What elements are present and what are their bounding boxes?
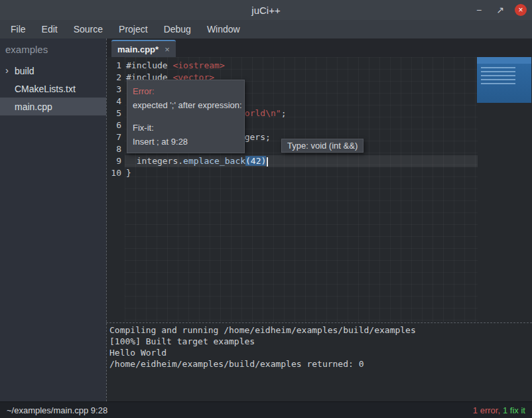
maximize-button[interactable]: ↗ — [494, 3, 507, 17]
chevron-right-icon[interactable]: › — [5, 62, 9, 80]
status-bar: ~/examples/main.cpp 9:28 1 error,1 fix i… — [0, 401, 532, 418]
code-line-9-current: integers.emplace_back(42) — [125, 155, 478, 167]
menu-item-source[interactable]: Source — [66, 20, 111, 38]
tab-bar: main.cpp* × — [107, 38, 532, 57]
error-message: expected ';' after expression: — [133, 98, 239, 112]
diagnostic-tooltip: Error: expected ';' after expression: Fi… — [127, 80, 245, 153]
line-number-gutter: 1 2 3 4 5 6 7 8 9 10 — [107, 57, 125, 322]
line-number: 10 — [107, 167, 125, 179]
dot-operator: . — [178, 156, 183, 166]
line-number: 1 — [107, 60, 125, 72]
string-fragment: World\n" — [239, 108, 281, 118]
type-tooltip: Type: void (int &&) — [281, 139, 364, 153]
code-line-10: } — [125, 167, 478, 179]
menu-item-window[interactable]: Window — [199, 20, 248, 38]
argument-value: 42 — [251, 156, 261, 166]
sidebar-resize-handle[interactable] — [106, 38, 107, 401]
file-location-status: ~/examples/main.cpp 9:28 — [7, 405, 107, 415]
close-paren-highlight: ) — [261, 156, 267, 166]
error-title: Error: — [133, 84, 239, 98]
closing-brace: } — [126, 168, 131, 178]
overview-thumbnail — [477, 57, 531, 103]
line-number: 8 — [107, 143, 125, 155]
terminal-line: Hello World — [109, 347, 532, 358]
window-title: juCi++ — [0, 5, 532, 16]
line-number: 4 — [107, 96, 125, 107]
fixit-count: 1 fix it — [503, 405, 525, 415]
menu-item-project[interactable]: Project — [111, 20, 156, 38]
code-line-1: #include <iostream> — [125, 60, 478, 72]
diagnostics-status: 1 error,1 fix it — [473, 405, 525, 415]
overview-code-lines — [481, 67, 515, 84]
line-number: 6 — [107, 119, 125, 131]
terminal-line: /home/eidheim/examples/build/examples re… — [109, 358, 532, 370]
file-tree-sidebar: examples › build CMakeLists.txt main.cpp — [0, 38, 106, 401]
semicolon: ; — [281, 108, 287, 118]
menu-bar: File Edit Source Project Debug Window — [0, 20, 532, 38]
tree-item-maincpp[interactable]: main.cpp — [0, 98, 106, 115]
tree-item-label: CMakeLists.txt — [15, 84, 76, 94]
window-controls: − ↗ × — [472, 0, 527, 20]
tree-item-cmakelists[interactable]: CMakeLists.txt — [0, 80, 106, 98]
line-number: 3 — [107, 84, 125, 96]
minimize-button[interactable]: − — [472, 3, 486, 17]
tab-maincpp[interactable]: main.cpp* × — [111, 40, 176, 57]
text-cursor — [267, 157, 268, 167]
terminal-line: Compiling and running /home/eidheim/exam… — [109, 324, 532, 336]
line-number: 7 — [107, 131, 125, 143]
tooltip-spacer — [133, 112, 239, 121]
title-bar: juCi++ − ↗ × — [0, 0, 532, 20]
terminal-pane[interactable]: Compiling and running /home/eidheim/exam… — [107, 323, 532, 401]
menu-item-edit[interactable]: Edit — [34, 20, 66, 38]
app-window: juCi++ − ↗ × File Edit Source Project De… — [0, 0, 532, 418]
identifier: integers — [126, 156, 178, 166]
tree-item-label: main.cpp — [15, 102, 52, 112]
fixit-label: Fix-it: — [133, 121, 239, 135]
editor-pane[interactable]: 1 2 3 4 5 6 7 8 9 10 #include <iostream>… — [107, 57, 532, 322]
menu-item-file[interactable]: File — [3, 20, 34, 38]
menu-item-debug[interactable]: Debug — [156, 20, 199, 38]
tree-item-label: build — [15, 66, 34, 76]
close-button[interactable]: × — [515, 4, 527, 16]
project-name-header: examples — [0, 38, 106, 62]
line-number: 5 — [107, 107, 125, 119]
line-number: 2 — [107, 72, 125, 84]
tab-close-icon[interactable]: × — [165, 44, 170, 54]
open-paren-highlight: ( — [245, 156, 251, 166]
terminal-resize-handle[interactable] — [106, 322, 532, 323]
method-name: emplace_back — [183, 156, 245, 166]
tab-label: main.cpp* — [117, 44, 159, 54]
tree-item-build[interactable]: › build — [0, 62, 106, 80]
overview-header-bar — [477, 57, 531, 64]
fixit-action: Insert ; at 9:28 — [133, 135, 239, 149]
header-name: <iostream> — [172, 60, 224, 70]
error-count: 1 error, — [473, 405, 500, 415]
include-directive: #include — [126, 60, 172, 70]
line-number: 9 — [107, 155, 125, 167]
terminal-line: [100%] Built target examples — [109, 336, 532, 347]
